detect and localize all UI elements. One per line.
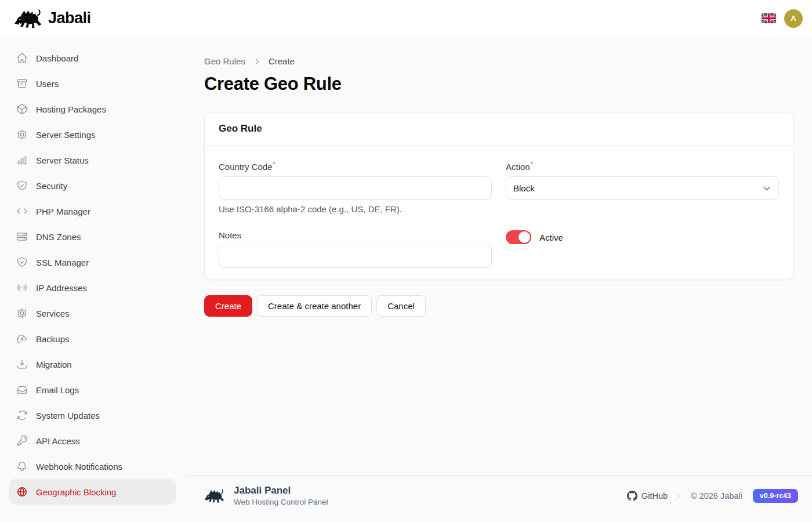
sidebar-item-ssl-manager[interactable]: SSL Manager	[9, 249, 176, 275]
action-select[interactable]: Block	[506, 176, 779, 200]
footer-brand-name: Jabali Panel	[234, 485, 328, 496]
dot-separator: •	[678, 492, 680, 499]
sidebar-item-label: Webhook Notifications	[36, 462, 122, 472]
page-title: Create Geo Rule	[204, 74, 793, 95]
main-content: Geo Rules Create Create Geo Rule Geo Rul…	[186, 37, 812, 317]
download-tray-icon	[16, 358, 28, 370]
inbox-icon	[16, 384, 28, 396]
sidebar-item-label: SSL Manager	[36, 258, 89, 267]
github-icon	[627, 491, 637, 501]
cloud-upload-icon	[16, 333, 28, 345]
sidebar-item-label: Geographic Blocking	[36, 487, 116, 497]
server-stack-icon	[16, 231, 28, 242]
sidebar-item-label: IP Addresses	[36, 283, 87, 293]
sidebar-item-label: Backups	[36, 334, 70, 344]
sidebar-item-server-status[interactable]: Server Status	[9, 147, 176, 173]
action-label: Action*	[506, 160, 779, 172]
footer-tagline: Web Hosting Control Panel	[234, 497, 328, 507]
card-header: Geo Rule	[205, 113, 793, 146]
action-field-group: Action* Block	[506, 160, 779, 214]
card-body: Country Code* Use ISO-3166 alpha-2 code …	[205, 146, 793, 280]
gear-icon	[16, 307, 28, 319]
country-code-input[interactable]	[219, 176, 492, 200]
sidebar-item-label: Migration	[36, 360, 72, 369]
country-code-helper: Use ISO-3166 alpha-2 code (e.g., US, DE,…	[219, 204, 492, 214]
language-flag-icon[interactable]	[762, 13, 776, 23]
sidebar-item-label: Dashboard	[36, 53, 78, 63]
app-header: Jabali A	[0, 0, 812, 37]
create-button[interactable]: Create	[204, 295, 252, 317]
sidebar-item-php-manager[interactable]: PHP Manager	[9, 198, 176, 224]
active-toggle-label: Active	[539, 233, 563, 242]
notes-input[interactable]	[219, 245, 492, 268]
sidebar-item-label: Services	[36, 309, 70, 318]
signal-icon	[16, 282, 28, 293]
sidebar-item-security[interactable]: Security	[9, 173, 176, 198]
bar-chart-icon	[16, 154, 28, 166]
brand-name: Jabali	[48, 9, 91, 27]
sidebar-item-label: Server Status	[36, 155, 89, 165]
notes-label: Notes	[219, 230, 492, 240]
sidebar-nav: Dashboard Users Hosting Packages Server …	[0, 37, 186, 513]
arrows-cycle-icon	[16, 409, 28, 421]
header-actions: A	[762, 9, 803, 28]
key-icon	[16, 435, 28, 447]
country-code-field-group: Country Code* Use ISO-3166 alpha-2 code …	[219, 160, 492, 214]
sidebar-item-label: System Updates	[36, 411, 100, 420]
card-title: Geo Rule	[219, 123, 262, 134]
sidebar-item-backups[interactable]: Backups	[9, 326, 176, 351]
footer-brand-block: Jabali Panel Web Hosting Control Panel	[204, 485, 328, 507]
boar-logo-icon	[14, 9, 43, 28]
sidebar-item-label: Server Settings	[36, 130, 96, 140]
sidebar-item-webhook-notifications[interactable]: Webhook Notifications	[9, 454, 176, 479]
sidebar-item-users[interactable]: Users	[9, 71, 176, 96]
breadcrumb: Geo Rules Create	[204, 57, 793, 66]
shield-check-icon	[16, 180, 28, 191]
boar-logo-icon	[204, 489, 225, 503]
chevron-down-icon	[761, 183, 773, 194]
chevron-right-icon	[252, 57, 262, 66]
sidebar-item-server-settings[interactable]: Server Settings	[9, 122, 176, 147]
copyright-text: © 2026 Jabali	[691, 491, 742, 501]
sidebar-item-email-logs[interactable]: Email Logs	[9, 377, 176, 403]
app-footer: Jabali Panel Web Hosting Control Panel G…	[186, 475, 812, 507]
sidebar-item-hosting-packages[interactable]: Hosting Packages	[9, 96, 176, 122]
sidebar-item-ip-addresses[interactable]: IP Addresses	[9, 275, 176, 300]
user-avatar[interactable]: A	[784, 9, 803, 28]
bell-icon	[16, 461, 28, 472]
sidebar-item-geographic-blocking[interactable]: Geographic Blocking	[9, 479, 176, 505]
sidebar-item-migration[interactable]: Migration	[9, 351, 176, 377]
sidebar-item-api-access[interactable]: API Access	[9, 428, 176, 454]
active-toggle[interactable]	[506, 230, 531, 244]
geo-rule-card: Geo Rule Country Code* Use ISO-3166 alph…	[204, 112, 793, 280]
action-select-value: Block	[513, 183, 535, 193]
sidebar-item-services[interactable]: Services	[9, 300, 176, 326]
sidebar-item-dns-zones[interactable]: DNS Zones	[9, 224, 176, 249]
code-icon	[16, 205, 28, 217]
breadcrumb-geo-rules[interactable]: Geo Rules	[204, 57, 245, 66]
github-link[interactable]: GitHub	[627, 491, 668, 501]
sidebar-item-label: PHP Manager	[36, 206, 90, 216]
archive-box-icon	[16, 78, 28, 89]
globe-icon	[16, 486, 28, 498]
home-icon	[16, 52, 28, 64]
sidebar-item-label: Users	[36, 79, 59, 89]
shield-check-icon	[16, 256, 28, 268]
sidebar-item-label: API Access	[36, 436, 80, 446]
country-code-label: Country Code*	[219, 160, 492, 172]
sidebar-item-label: DNS Zones	[36, 232, 81, 242]
sidebar-item-system-updates[interactable]: System Updates	[9, 403, 176, 428]
sidebar-item-label: Email Logs	[36, 385, 79, 395]
notes-field-group: Notes	[219, 230, 492, 268]
sidebar-item-label: Security	[36, 181, 67, 191]
cancel-button[interactable]: Cancel	[376, 295, 426, 317]
cube-icon	[16, 103, 28, 115]
breadcrumb-create: Create	[269, 57, 295, 66]
create-and-create-another-button[interactable]: Create & create another	[257, 295, 372, 317]
required-asterisk: *	[273, 161, 276, 168]
brand-logo[interactable]: Jabali	[14, 9, 91, 28]
sidebar-item-dashboard[interactable]: Dashboard	[9, 45, 176, 71]
version-badge: v0.9-rc43	[753, 489, 798, 503]
github-label: GitHub	[641, 491, 668, 501]
form-actions: Create Create & create another Cancel	[204, 295, 793, 317]
